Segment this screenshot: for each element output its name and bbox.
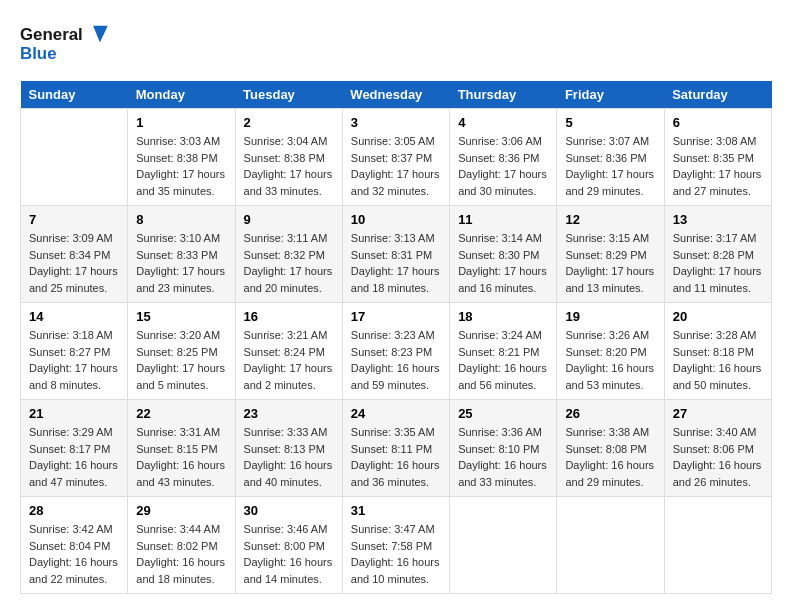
calendar-cell: 12 Sunrise: 3:15 AMSunset: 8:29 PMDaylig… [557,206,664,303]
calendar-cell [664,497,771,594]
day-number: 4 [458,115,548,130]
calendar-cell: 9 Sunrise: 3:11 AMSunset: 8:32 PMDayligh… [235,206,342,303]
day-info: Sunrise: 3:47 AMSunset: 7:58 PMDaylight:… [351,523,440,585]
day-number: 25 [458,406,548,421]
calendar-cell: 4 Sunrise: 3:06 AMSunset: 8:36 PMDayligh… [450,109,557,206]
day-number: 15 [136,309,226,324]
day-info: Sunrise: 3:33 AMSunset: 8:13 PMDaylight:… [244,426,333,488]
day-number: 22 [136,406,226,421]
logo-icon: GeneralBlue [20,20,110,65]
column-header-wednesday: Wednesday [342,81,449,109]
day-info: Sunrise: 3:36 AMSunset: 8:10 PMDaylight:… [458,426,547,488]
day-info: Sunrise: 3:18 AMSunset: 8:27 PMDaylight:… [29,329,118,391]
day-info: Sunrise: 3:03 AMSunset: 8:38 PMDaylight:… [136,135,225,197]
calendar-cell: 14 Sunrise: 3:18 AMSunset: 8:27 PMDaylig… [21,303,128,400]
calendar-cell: 15 Sunrise: 3:20 AMSunset: 8:25 PMDaylig… [128,303,235,400]
day-info: Sunrise: 3:28 AMSunset: 8:18 PMDaylight:… [673,329,762,391]
calendar-cell: 20 Sunrise: 3:28 AMSunset: 8:18 PMDaylig… [664,303,771,400]
day-info: Sunrise: 3:10 AMSunset: 8:33 PMDaylight:… [136,232,225,294]
column-header-friday: Friday [557,81,664,109]
calendar-cell: 23 Sunrise: 3:33 AMSunset: 8:13 PMDaylig… [235,400,342,497]
column-header-saturday: Saturday [664,81,771,109]
calendar-cell: 3 Sunrise: 3:05 AMSunset: 8:37 PMDayligh… [342,109,449,206]
calendar-week-row: 1 Sunrise: 3:03 AMSunset: 8:38 PMDayligh… [21,109,772,206]
day-info: Sunrise: 3:11 AMSunset: 8:32 PMDaylight:… [244,232,333,294]
day-number: 28 [29,503,119,518]
day-number: 5 [565,115,655,130]
day-number: 9 [244,212,334,227]
column-header-sunday: Sunday [21,81,128,109]
day-number: 12 [565,212,655,227]
day-info: Sunrise: 3:17 AMSunset: 8:28 PMDaylight:… [673,232,762,294]
day-info: Sunrise: 3:38 AMSunset: 8:08 PMDaylight:… [565,426,654,488]
day-number: 16 [244,309,334,324]
day-info: Sunrise: 3:31 AMSunset: 8:15 PMDaylight:… [136,426,225,488]
calendar-cell: 17 Sunrise: 3:23 AMSunset: 8:23 PMDaylig… [342,303,449,400]
calendar-table: SundayMondayTuesdayWednesdayThursdayFrid… [20,81,772,594]
day-number: 11 [458,212,548,227]
calendar-cell: 22 Sunrise: 3:31 AMSunset: 8:15 PMDaylig… [128,400,235,497]
day-info: Sunrise: 3:08 AMSunset: 8:35 PMDaylight:… [673,135,762,197]
calendar-cell: 27 Sunrise: 3:40 AMSunset: 8:06 PMDaylig… [664,400,771,497]
day-number: 21 [29,406,119,421]
svg-text:Blue: Blue [20,44,57,63]
calendar-cell: 16 Sunrise: 3:21 AMSunset: 8:24 PMDaylig… [235,303,342,400]
day-number: 23 [244,406,334,421]
calendar-cell: 29 Sunrise: 3:44 AMSunset: 8:02 PMDaylig… [128,497,235,594]
day-info: Sunrise: 3:35 AMSunset: 8:11 PMDaylight:… [351,426,440,488]
day-number: 24 [351,406,441,421]
calendar-body: 1 Sunrise: 3:03 AMSunset: 8:38 PMDayligh… [21,109,772,594]
calendar-cell: 28 Sunrise: 3:42 AMSunset: 8:04 PMDaylig… [21,497,128,594]
calendar-week-row: 7 Sunrise: 3:09 AMSunset: 8:34 PMDayligh… [21,206,772,303]
day-info: Sunrise: 3:09 AMSunset: 8:34 PMDaylight:… [29,232,118,294]
calendar-cell: 26 Sunrise: 3:38 AMSunset: 8:08 PMDaylig… [557,400,664,497]
day-number: 29 [136,503,226,518]
day-number: 31 [351,503,441,518]
day-info: Sunrise: 3:06 AMSunset: 8:36 PMDaylight:… [458,135,547,197]
page-header: GeneralBlue [20,20,772,65]
calendar-cell: 19 Sunrise: 3:26 AMSunset: 8:20 PMDaylig… [557,303,664,400]
day-number: 13 [673,212,763,227]
day-info: Sunrise: 3:14 AMSunset: 8:30 PMDaylight:… [458,232,547,294]
day-info: Sunrise: 3:42 AMSunset: 8:04 PMDaylight:… [29,523,118,585]
calendar-cell: 13 Sunrise: 3:17 AMSunset: 8:28 PMDaylig… [664,206,771,303]
calendar-cell: 8 Sunrise: 3:10 AMSunset: 8:33 PMDayligh… [128,206,235,303]
calendar-cell: 24 Sunrise: 3:35 AMSunset: 8:11 PMDaylig… [342,400,449,497]
calendar-cell: 1 Sunrise: 3:03 AMSunset: 8:38 PMDayligh… [128,109,235,206]
calendar-header-row: SundayMondayTuesdayWednesdayThursdayFrid… [21,81,772,109]
day-info: Sunrise: 3:46 AMSunset: 8:00 PMDaylight:… [244,523,333,585]
day-info: Sunrise: 3:24 AMSunset: 8:21 PMDaylight:… [458,329,547,391]
day-info: Sunrise: 3:40 AMSunset: 8:06 PMDaylight:… [673,426,762,488]
column-header-monday: Monday [128,81,235,109]
logo: GeneralBlue [20,20,110,65]
day-info: Sunrise: 3:29 AMSunset: 8:17 PMDaylight:… [29,426,118,488]
day-number: 26 [565,406,655,421]
calendar-cell: 21 Sunrise: 3:29 AMSunset: 8:17 PMDaylig… [21,400,128,497]
calendar-week-row: 28 Sunrise: 3:42 AMSunset: 8:04 PMDaylig… [21,497,772,594]
calendar-cell: 7 Sunrise: 3:09 AMSunset: 8:34 PMDayligh… [21,206,128,303]
calendar-cell: 10 Sunrise: 3:13 AMSunset: 8:31 PMDaylig… [342,206,449,303]
calendar-cell: 25 Sunrise: 3:36 AMSunset: 8:10 PMDaylig… [450,400,557,497]
calendar-cell [557,497,664,594]
calendar-cell: 30 Sunrise: 3:46 AMSunset: 8:00 PMDaylig… [235,497,342,594]
day-number: 17 [351,309,441,324]
day-info: Sunrise: 3:26 AMSunset: 8:20 PMDaylight:… [565,329,654,391]
calendar-cell: 18 Sunrise: 3:24 AMSunset: 8:21 PMDaylig… [450,303,557,400]
day-number: 19 [565,309,655,324]
calendar-cell: 5 Sunrise: 3:07 AMSunset: 8:36 PMDayligh… [557,109,664,206]
day-info: Sunrise: 3:07 AMSunset: 8:36 PMDaylight:… [565,135,654,197]
day-number: 10 [351,212,441,227]
day-number: 30 [244,503,334,518]
day-number: 8 [136,212,226,227]
day-info: Sunrise: 3:44 AMSunset: 8:02 PMDaylight:… [136,523,225,585]
day-number: 20 [673,309,763,324]
calendar-cell: 31 Sunrise: 3:47 AMSunset: 7:58 PMDaylig… [342,497,449,594]
day-info: Sunrise: 3:13 AMSunset: 8:31 PMDaylight:… [351,232,440,294]
calendar-cell: 11 Sunrise: 3:14 AMSunset: 8:30 PMDaylig… [450,206,557,303]
day-number: 18 [458,309,548,324]
calendar-cell [21,109,128,206]
column-header-tuesday: Tuesday [235,81,342,109]
svg-text:General: General [20,25,83,44]
day-number: 14 [29,309,119,324]
day-info: Sunrise: 3:23 AMSunset: 8:23 PMDaylight:… [351,329,440,391]
